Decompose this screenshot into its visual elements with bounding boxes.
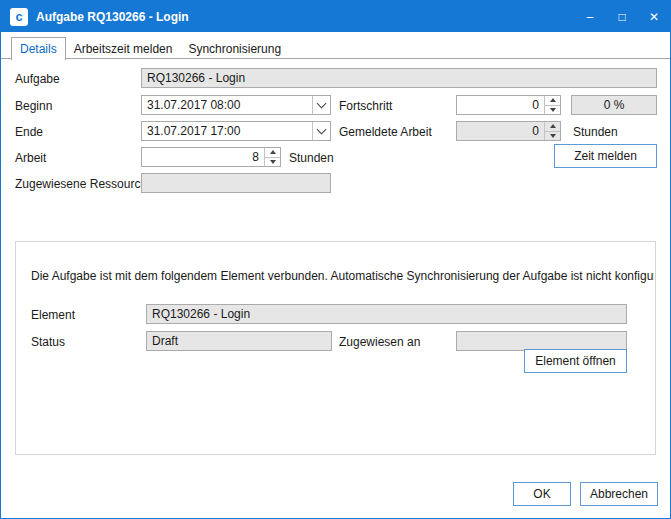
gemeldete-arbeit-unit-label: Stunden <box>573 125 618 139</box>
fortschritt-percent-value: 0 % <box>604 98 625 112</box>
chevron-down-icon <box>317 99 327 109</box>
spin-down-button[interactable] <box>545 106 560 115</box>
beginn-value[interactable]: 31.07.2017 08:00 <box>142 98 312 112</box>
fortschritt-spinner[interactable]: 0 <box>456 95 561 115</box>
arrow-down-icon <box>550 108 556 112</box>
arbeit-value[interactable]: 8 <box>142 150 264 164</box>
element-value: RQ130266 - Login <box>152 307 250 321</box>
beginn-label: Beginn <box>15 99 52 113</box>
arbeit-spin-buttons <box>264 148 280 166</box>
aufgabe-label: Aufgabe <box>15 72 60 86</box>
zugewiesen-an-field <box>456 331 627 351</box>
tab-synchronisierung[interactable]: Synchronisierung <box>180 38 289 60</box>
fortschritt-spin-buttons <box>544 96 560 114</box>
ende-dropdown-button[interactable] <box>312 122 330 140</box>
app-icon-glyph: c <box>15 9 22 24</box>
fortschritt-value[interactable]: 0 <box>457 98 544 112</box>
spin-down-button[interactable] <box>265 158 280 167</box>
zugewiesene-ressource-label: Zugewiesene Ressource <box>15 177 147 191</box>
status-label: Status <box>31 335 65 349</box>
spin-up-button[interactable] <box>545 96 560 106</box>
maximize-button[interactable]: □ <box>606 1 638 32</box>
arbeit-spinner[interactable]: 8 <box>141 147 281 167</box>
ok-button[interactable]: OK <box>513 482 571 506</box>
arrow-down-icon <box>550 134 556 138</box>
tab-details[interactable]: Details <box>11 37 66 60</box>
arrow-down-icon <box>270 160 276 164</box>
ende-value[interactable]: 31.07.2017 17:00 <box>142 124 312 138</box>
gemeldete-arbeit-value: 0 <box>457 124 544 138</box>
tab-strip: Details Arbeitszeit melden Synchronisier… <box>11 37 289 60</box>
zeit-melden-button[interactable]: Zeit melden <box>554 144 657 168</box>
window-title: Aufgabe RQ130266 - Login <box>36 10 574 24</box>
task-dialog-window: c Aufgabe RQ130266 - Login – □ ✕ Details… <box>0 0 671 519</box>
aufgabe-field: RQ130266 - Login <box>141 68 657 88</box>
aufgabe-value: RQ130266 - Login <box>147 71 245 85</box>
chevron-down-icon <box>317 125 327 135</box>
fortschritt-label: Fortschritt <box>339 99 392 113</box>
spin-down-button <box>545 132 560 141</box>
linked-element-groupbox: Die Aufgabe ist mit dem folgendem Elemen… <box>15 241 656 455</box>
ende-datetime-picker[interactable]: 31.07.2017 17:00 <box>141 121 331 141</box>
beginn-dropdown-button[interactable] <box>312 96 330 114</box>
zugewiesene-ressource-field <box>141 173 331 193</box>
status-field: Draft <box>146 331 332 351</box>
beginn-datetime-picker[interactable]: 31.07.2017 08:00 <box>141 95 331 115</box>
tab-arbeitszeit-melden[interactable]: Arbeitszeit melden <box>66 38 181 60</box>
element-field: RQ130266 - Login <box>146 304 627 324</box>
arrow-up-icon <box>550 98 556 102</box>
sync-info-text: Die Aufgabe ist mit dem folgendem Elemen… <box>31 269 654 283</box>
cancel-button[interactable]: Abbrechen <box>580 482 658 506</box>
gemeldete-arbeit-spin-buttons <box>544 122 560 140</box>
gemeldete-arbeit-label: Gemeldete Arbeit <box>339 125 432 139</box>
arrow-up-icon <box>270 150 276 154</box>
spin-up-button[interactable] <box>265 148 280 158</box>
close-button[interactable]: ✕ <box>638 1 670 32</box>
status-value: Draft <box>152 334 178 348</box>
gemeldete-arbeit-spinner: 0 <box>456 121 561 141</box>
zugewiesen-an-label: Zugewiesen an <box>339 335 420 349</box>
element-label: Element <box>31 308 75 322</box>
fortschritt-percent-field: 0 % <box>571 95 657 115</box>
minimize-button[interactable]: – <box>574 1 606 32</box>
arrow-up-icon <box>550 124 556 128</box>
window-controls: – □ ✕ <box>574 1 670 32</box>
titlebar: c Aufgabe RQ130266 - Login – □ ✕ <box>1 1 670 32</box>
ende-label: Ende <box>15 125 43 139</box>
spin-up-button <box>545 122 560 132</box>
element-oeffnen-button[interactable]: Element öffnen <box>524 349 627 373</box>
app-icon: c <box>10 8 28 26</box>
arbeit-label: Arbeit <box>15 151 46 165</box>
arbeit-unit-label: Stunden <box>289 151 334 165</box>
